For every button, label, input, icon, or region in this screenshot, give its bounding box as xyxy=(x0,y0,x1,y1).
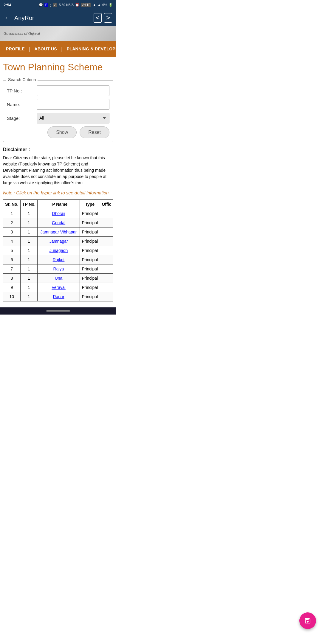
cell-srno: 3 xyxy=(3,227,21,237)
message-icon: 💬 xyxy=(39,3,43,7)
table-row[interactable]: 3 1 Jamnagar Vibhapar Principal xyxy=(3,227,113,237)
cell-tpno: 1 xyxy=(20,209,37,218)
cell-srno: 1 xyxy=(3,209,21,218)
table-row[interactable]: 2 1 Gondal Principal xyxy=(3,218,113,227)
nav-item-profile[interactable]: PROFILE xyxy=(2,47,28,51)
signal-icon: ▲ xyxy=(97,3,101,7)
search-criteria-box: Search Criteria TP No.: Name: Stage: All… xyxy=(3,80,113,142)
input-tpno[interactable] xyxy=(37,85,109,96)
disclaimer-text: Dear Citizens of the state, please let b… xyxy=(3,155,113,186)
col-header-srno: Sr. No. xyxy=(3,200,21,209)
table-row[interactable]: 7 1 Raiya Principal xyxy=(3,264,113,274)
label-tpno: TP No.: xyxy=(7,88,37,93)
cell-type: Principal xyxy=(80,209,100,218)
cell-tpname[interactable]: Veraval xyxy=(38,283,80,292)
cell-type: Principal xyxy=(80,255,100,264)
cell-tpname[interactable]: Jamnagar xyxy=(38,237,80,246)
cell-offic xyxy=(100,255,113,264)
table-row[interactable]: 1 1 Dhoraji Principal xyxy=(3,209,113,218)
nav-sep-1: | xyxy=(28,46,31,52)
app-bar: ← AnyRor < > xyxy=(0,10,116,26)
cell-type: Principal xyxy=(80,227,100,237)
status-icons: 💬 P g VI 5.69 KB/S ⏰ VoLTE ▲ ▲ 6% 🔋 xyxy=(39,3,113,7)
cell-srno: 9 xyxy=(3,283,21,292)
cell-tpno: 1 xyxy=(20,283,37,292)
network-speed: 5.69 KB/S xyxy=(59,3,74,7)
status-time: 2:54 xyxy=(4,3,11,7)
cell-tpno: 1 xyxy=(20,292,37,301)
cell-tpno: 1 xyxy=(20,246,37,255)
cell-srno: 2 xyxy=(3,218,21,227)
reset-button[interactable]: Reset xyxy=(80,126,109,138)
status-bar: 2:54 💬 P g VI 5.69 KB/S ⏰ VoLTE ▲ ▲ 6% 🔋 xyxy=(0,0,116,10)
cell-tpno: 1 xyxy=(20,264,37,274)
note-text: Note : Click on the hyper link to see de… xyxy=(3,190,113,195)
back-button[interactable]: ← xyxy=(4,14,11,22)
col-header-tpname: TP Name xyxy=(38,200,80,209)
table-row[interactable]: 9 1 Veraval Principal xyxy=(3,283,113,292)
col-header-type: Type xyxy=(80,200,100,209)
form-row-tpno: TP No.: xyxy=(7,85,109,96)
cell-type: Principal xyxy=(80,283,100,292)
cell-type: Principal xyxy=(80,246,100,255)
cell-offic xyxy=(100,218,113,227)
nav-item-planning[interactable]: PLANNING & DEVELOPMENT POLIC xyxy=(63,47,116,51)
disclaimer-title: Disclaimer : xyxy=(3,147,113,152)
cell-tpname[interactable]: Gondal xyxy=(38,218,80,227)
title-divider xyxy=(3,76,113,76)
nav-bar: PROFILE | ABOUT US | PLANNING & DEVELOPM… xyxy=(0,41,116,57)
search-criteria-legend: Search Criteria xyxy=(6,77,38,82)
cell-tpname[interactable]: Raiya xyxy=(38,264,80,274)
input-name[interactable] xyxy=(37,99,109,110)
cell-tpname[interactable]: Una xyxy=(38,274,80,283)
cell-tpname[interactable]: Dhoraji xyxy=(38,209,80,218)
cell-srno: 4 xyxy=(3,237,21,246)
bottom-indicator xyxy=(46,310,70,312)
cell-tpname[interactable]: Junagadh xyxy=(38,246,80,255)
cell-offic xyxy=(100,246,113,255)
cell-tpno: 1 xyxy=(20,237,37,246)
col-header-offic: Offic xyxy=(100,200,113,209)
cell-srno: 8 xyxy=(3,274,21,283)
cell-srno: 5 xyxy=(3,246,21,255)
cell-type: Principal xyxy=(80,218,100,227)
cell-srno: 7 xyxy=(3,264,21,274)
table-row[interactable]: 8 1 Una Principal xyxy=(3,274,113,283)
cell-tpname[interactable]: Rajkot xyxy=(38,255,80,264)
label-stage: Stage: xyxy=(7,116,37,121)
battery-icon: 🔋 xyxy=(109,3,113,7)
paytm-icon: P xyxy=(44,3,48,7)
cell-tpname[interactable]: Jamnagar Vibhapar xyxy=(38,227,80,237)
table-header-row: Sr. No. TP No. TP Name Type Offic xyxy=(3,200,113,209)
cell-offic xyxy=(100,237,113,246)
data-table: Sr. No. TP No. TP Name Type Offic 1 1 Dh… xyxy=(3,199,113,301)
table-row[interactable]: 10 1 Rapar Principal xyxy=(3,292,113,301)
cell-tpno: 1 xyxy=(20,274,37,283)
g-icon: g xyxy=(49,3,51,7)
nav-sep-2: | xyxy=(61,46,63,52)
header-image-text: Government of Gujarat xyxy=(4,32,40,36)
select-stage[interactable]: All xyxy=(37,113,109,123)
form-row-name: Name: xyxy=(7,99,109,110)
cell-offic xyxy=(100,264,113,274)
table-row[interactable]: 5 1 Junagadh Principal xyxy=(3,246,113,255)
main-content: Town Planning Scheme Search Criteria TP … xyxy=(0,57,116,307)
cell-offic xyxy=(100,227,113,237)
volte-icon: VoLTE xyxy=(81,3,91,7)
cell-offic xyxy=(100,283,113,292)
cell-srno: 10 xyxy=(3,292,21,301)
disclaimer-section: Disclaimer : Dear Citizens of the state,… xyxy=(3,147,113,186)
header-image: Government of Gujarat xyxy=(0,26,116,41)
table-row[interactable]: 4 1 Jamnagar Principal xyxy=(3,237,113,246)
table-row[interactable]: 6 1 Rajkot Principal xyxy=(3,255,113,264)
cell-tpno: 1 xyxy=(20,255,37,264)
nav-item-about[interactable]: ABOUT US xyxy=(31,47,61,51)
page-title: Town Planning Scheme xyxy=(3,61,113,73)
cell-tpname[interactable]: Rapar xyxy=(38,292,80,301)
wifi-icon: ▲ xyxy=(93,3,96,7)
next-button[interactable]: > xyxy=(104,13,112,23)
bottom-bar xyxy=(0,307,116,315)
show-button[interactable]: Show xyxy=(47,126,77,138)
col-header-tpno: TP No. xyxy=(20,200,37,209)
prev-button[interactable]: < xyxy=(94,13,102,23)
